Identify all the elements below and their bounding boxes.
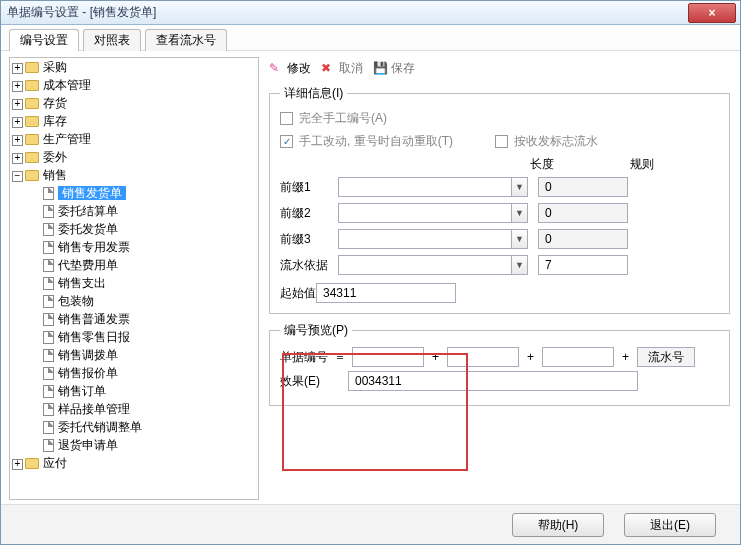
chk-manual[interactable]	[280, 112, 293, 125]
prefix3-combo[interactable]: ▼	[338, 229, 528, 249]
file-icon	[43, 349, 54, 362]
tree-item[interactable]: 销售零售日报	[58, 330, 130, 344]
tree-item[interactable]: 代垫费用单	[58, 258, 118, 272]
file-icon	[43, 313, 54, 326]
exit-button[interactable]: 退出(E)	[624, 513, 716, 537]
start-value-input[interactable]: 34311	[316, 283, 456, 303]
plus-icon: +	[620, 350, 631, 364]
window-title: 单据编号设置 - [销售发货单]	[7, 4, 156, 21]
cancel-label: 取消	[339, 60, 363, 77]
file-icon	[43, 331, 54, 344]
detail-legend: 详细信息(I)	[280, 85, 347, 102]
file-icon	[43, 439, 54, 452]
tree-toggle[interactable]: +	[12, 135, 23, 146]
prefix3-len[interactable]: 0	[538, 229, 628, 249]
tree-folder[interactable]: 库存	[43, 114, 67, 128]
tree-toggle[interactable]: −	[12, 171, 23, 182]
tree-item[interactable]: 委托结算单	[58, 204, 118, 218]
tree-item[interactable]: 样品接单管理	[58, 402, 130, 416]
prefix3-label: 前缀3	[280, 231, 338, 248]
chevron-down-icon: ▼	[511, 230, 527, 248]
tree-toggle[interactable]: +	[12, 63, 23, 74]
file-icon	[43, 187, 54, 200]
segment3-box	[542, 347, 614, 367]
tab-number-settings[interactable]: 编号设置	[9, 29, 79, 51]
folder-icon	[25, 80, 39, 91]
chk-bymark-label: 按收发标志流水	[514, 133, 598, 150]
save-button[interactable]: 💾 保存	[373, 60, 415, 77]
segment2-box	[447, 347, 519, 367]
tree-toggle[interactable]: +	[12, 117, 23, 128]
category-tree[interactable]: +采购 +成本管理 +存货 +库存 +生产管理 +委外 −销售 销售发货单 委托…	[9, 57, 259, 500]
file-icon	[43, 223, 54, 236]
seqbasis-combo[interactable]: ▼	[338, 255, 528, 275]
tree-item[interactable]: 销售支出	[58, 276, 106, 290]
tree-item[interactable]: 退货申请单	[58, 438, 118, 452]
tree-folder[interactable]: 存货	[43, 96, 67, 110]
tree-folder[interactable]: 委外	[43, 150, 67, 164]
folder-icon	[25, 98, 39, 109]
chk-reset-label: 手工改动, 重号时自动重取(T)	[299, 133, 453, 150]
prefix1-combo[interactable]: ▼	[338, 177, 528, 197]
tree-toggle[interactable]: +	[12, 459, 23, 470]
tree-item[interactable]: 销售专用发票	[58, 240, 130, 254]
chk-manual-label: 完全手工编号(A)	[299, 110, 387, 127]
tree-folder[interactable]: 成本管理	[43, 78, 91, 92]
col-length: 长度	[530, 156, 630, 173]
tree-item[interactable]: 销售调拨单	[58, 348, 118, 362]
result-label: 效果(E)	[280, 373, 320, 390]
tree-folder[interactable]: 采购	[43, 60, 67, 74]
seqbasis-label: 流水依据	[280, 257, 338, 274]
file-icon	[43, 385, 54, 398]
pencil-icon: ✎	[269, 61, 283, 75]
chk-reset[interactable]	[280, 135, 293, 148]
cancel-button[interactable]: ✖ 取消	[321, 60, 363, 77]
preview-group: 编号预览(P) 单据编号 ＝ + + + 流水号 效果(E) 0034311	[269, 322, 730, 406]
segment-tail: 流水号	[637, 347, 695, 367]
folder-icon	[25, 170, 39, 181]
folder-icon	[25, 62, 39, 73]
result-value: 0034311	[348, 371, 638, 391]
folder-icon	[25, 134, 39, 145]
plus-icon: +	[525, 350, 536, 364]
file-icon	[43, 295, 54, 308]
tree-item[interactable]: 销售普通发票	[58, 312, 130, 326]
col-rule: 规则	[630, 156, 690, 173]
tree-folder-sales[interactable]: 销售	[43, 168, 67, 182]
tree-item[interactable]: 包装物	[58, 294, 94, 308]
tab-map-table[interactable]: 对照表	[83, 29, 141, 51]
folder-icon	[25, 116, 39, 127]
prefix2-label: 前缀2	[280, 205, 338, 222]
close-button[interactable]: ×	[688, 3, 736, 23]
tree-item-selected[interactable]: 销售发货单	[58, 186, 126, 200]
tree-toggle[interactable]: +	[12, 81, 23, 92]
prefix2-len[interactable]: 0	[538, 203, 628, 223]
modify-label: 修改	[287, 60, 311, 77]
prefix2-combo[interactable]: ▼	[338, 203, 528, 223]
folder-icon	[25, 458, 39, 469]
file-icon	[43, 403, 54, 416]
tree-toggle[interactable]: +	[12, 99, 23, 110]
tab-view-serial[interactable]: 查看流水号	[145, 29, 227, 51]
seq-len[interactable]: 7	[538, 255, 628, 275]
file-icon	[43, 205, 54, 218]
start-label: 起始值	[280, 285, 316, 302]
file-icon	[43, 241, 54, 254]
tree-item[interactable]: 销售报价单	[58, 366, 118, 380]
equals-sign: ＝	[334, 349, 346, 366]
help-button[interactable]: 帮助(H)	[512, 513, 604, 537]
folder-icon	[25, 152, 39, 163]
prefix1-len[interactable]: 0	[538, 177, 628, 197]
save-label: 保存	[391, 60, 415, 77]
chevron-down-icon: ▼	[511, 178, 527, 196]
tree-folder[interactable]: 应付	[43, 456, 67, 470]
modify-button[interactable]: ✎ 修改	[269, 60, 311, 77]
save-icon: 💾	[373, 61, 387, 75]
tree-item[interactable]: 销售订单	[58, 384, 106, 398]
segment1-box	[352, 347, 424, 367]
chk-bymark[interactable]	[495, 135, 508, 148]
tree-item[interactable]: 委托代销调整单	[58, 420, 142, 434]
tree-folder[interactable]: 生产管理	[43, 132, 91, 146]
tree-toggle[interactable]: +	[12, 153, 23, 164]
tree-item[interactable]: 委托发货单	[58, 222, 118, 236]
